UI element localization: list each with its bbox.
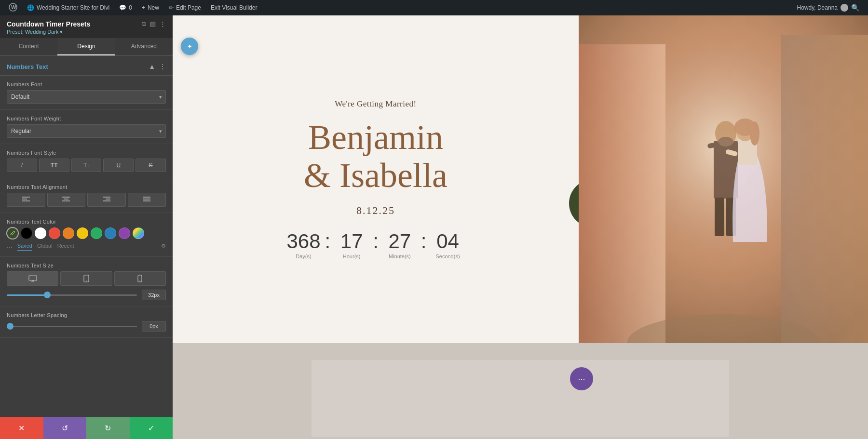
mobile-device-button[interactable] xyxy=(114,271,166,286)
couple-illustration xyxy=(579,15,868,343)
search-icon[interactable]: 🔍 xyxy=(851,4,859,12)
desktop-device-button[interactable] xyxy=(7,271,58,286)
wp-icon: W xyxy=(9,3,17,13)
new-label: New xyxy=(148,4,159,11)
exit-builder-button[interactable]: Exit Visual Builder xyxy=(206,0,262,15)
site-preview: We're Getting Married! Benjamin & Isabel… xyxy=(173,15,868,343)
countdown-hours: 17 Hour(s) xyxy=(332,231,371,259)
color-swatch-blue[interactable] xyxy=(105,227,116,239)
color-swatch-black[interactable] xyxy=(21,227,32,239)
tab-bar: Content Design Advanced xyxy=(0,38,173,56)
colon-3: : xyxy=(419,231,429,252)
comments-button[interactable]: 💬 0 xyxy=(114,0,137,15)
numbers-font-style-field: Numbers Font Style I TT Tt U S xyxy=(0,144,173,178)
color-tab-recent[interactable]: Recent xyxy=(57,243,74,251)
site-names: Benjamin & Isabella xyxy=(304,119,448,195)
svg-point-36 xyxy=(750,121,760,146)
panel-body: Numbers Text ▲ ⋮ Numbers Font Default Nu… xyxy=(0,56,173,439)
tab-advanced[interactable]: Advanced xyxy=(115,38,173,55)
tab-content[interactable]: Content xyxy=(0,38,57,55)
divi-settings-button[interactable]: ✦ xyxy=(181,38,198,55)
eyedropper-tool[interactable] xyxy=(7,227,18,239)
svg-rect-14 xyxy=(29,276,37,280)
color-tab-global[interactable]: Global xyxy=(37,243,53,251)
seconds-label: Second(s) xyxy=(435,253,460,259)
site-right-photo xyxy=(579,15,868,343)
svg-rect-23 xyxy=(579,44,665,343)
numbers-font-weight-select[interactable]: Regular xyxy=(7,124,166,138)
hours-label: Hour(s) xyxy=(343,253,361,259)
preset-label[interactable]: Preset: Wedding Dark xyxy=(7,29,58,35)
countdown-minutes: 27 Minute(s) xyxy=(380,231,419,259)
more-dots-icon: ··· xyxy=(578,374,585,384)
color-swatch-purple[interactable] xyxy=(119,227,130,239)
numbers-letter-spacing-field: Numbers Letter Spacing 0px xyxy=(0,306,173,338)
collapse-section-button[interactable]: ▲ xyxy=(149,63,155,70)
panel-subtitle: Preset: Wedding Dark ▾ xyxy=(7,29,166,35)
more-options-button[interactable]: ··· xyxy=(570,367,593,390)
numbers-text-section: Numbers Text ▲ ⋮ xyxy=(0,56,173,76)
redo-button[interactable]: ↻ xyxy=(86,417,130,439)
save-button[interactable]: ✓ xyxy=(130,417,173,439)
align-left-button[interactable] xyxy=(7,193,45,207)
tablet-device-button[interactable] xyxy=(60,271,112,286)
italic-button[interactable]: I xyxy=(7,159,37,172)
numbers-text-size-label: Numbers Text Size xyxy=(7,263,166,268)
plus-icon: + xyxy=(142,4,145,11)
svg-point-20 xyxy=(140,280,141,281)
layout-icon[interactable]: ▤ xyxy=(150,20,156,28)
color-swatch-green[interactable] xyxy=(91,227,102,239)
align-justify-button[interactable] xyxy=(128,193,166,207)
color-swatches xyxy=(7,227,166,239)
svg-text:W: W xyxy=(11,4,16,10)
color-settings-icon[interactable]: ⚙ xyxy=(161,243,166,251)
numbers-font-select[interactable]: Default xyxy=(7,90,166,104)
numbers-font-weight-field: Numbers Font Weight Regular xyxy=(0,110,173,144)
alignment-buttons xyxy=(7,193,166,207)
numbers-text-size-field: Numbers Text Size 32px xyxy=(0,257,173,306)
color-swatch-yellow[interactable] xyxy=(77,227,88,239)
colon-1: : xyxy=(323,231,332,252)
svg-rect-31 xyxy=(715,198,724,236)
numbers-text-alignment-label: Numbers Text Alignment xyxy=(7,184,166,190)
color-tab-saved[interactable]: Saved xyxy=(17,243,32,251)
save-icon: ✓ xyxy=(148,424,154,433)
divi-icon: ✦ xyxy=(187,43,192,50)
svg-rect-24 xyxy=(781,35,868,343)
transform-button[interactable]: Tt xyxy=(71,159,102,172)
panel-header: Countdown Timer Presets ⧉ ▤ ⋮ Preset: We… xyxy=(0,15,173,38)
numbers-font-weight-label: Numbers Font Weight xyxy=(7,116,166,121)
align-center-button[interactable] xyxy=(47,193,86,207)
bold-button[interactable]: TT xyxy=(39,159,69,172)
tab-design[interactable]: Design xyxy=(57,38,115,55)
color-swatch-gradient[interactable] xyxy=(133,227,144,239)
edit-page-button[interactable]: ✏ Edit Page xyxy=(164,0,206,15)
site-favicon-icon: 🌐 xyxy=(27,4,34,11)
align-right-button[interactable] xyxy=(87,193,126,207)
section-more-button[interactable]: ⋮ xyxy=(159,63,166,70)
cancel-button[interactable]: ✕ xyxy=(0,417,43,439)
days-label: Day(s) xyxy=(296,253,311,259)
svg-point-18 xyxy=(86,280,87,281)
letter-spacing-slider[interactable] xyxy=(7,326,137,327)
color-more-button[interactable]: ··· xyxy=(7,243,13,251)
wp-logo-button[interactable]: W xyxy=(4,0,22,15)
more-icon[interactable]: ⋮ xyxy=(160,20,166,28)
letter-spacing-value[interactable]: 0px xyxy=(142,321,166,332)
strikethrough-button[interactable]: S xyxy=(136,159,166,172)
color-swatch-white[interactable] xyxy=(35,227,46,239)
underline-button[interactable]: U xyxy=(103,159,134,172)
undo-button[interactable]: ↺ xyxy=(43,417,87,439)
undo-icon: ↺ xyxy=(62,424,68,433)
numbers-text-alignment-field: Numbers Text Alignment xyxy=(0,178,173,213)
text-size-slider[interactable] xyxy=(7,294,137,296)
new-button[interactable]: + New xyxy=(137,0,164,15)
clone-icon[interactable]: ⧉ xyxy=(142,20,146,28)
device-buttons xyxy=(7,271,166,286)
site-name-button[interactable]: 🌐 Wedding Starter Site for Divi xyxy=(22,0,114,15)
text-size-value[interactable]: 32px xyxy=(142,290,166,300)
font-style-buttons: I TT Tt U S xyxy=(7,159,166,172)
color-swatch-red[interactable] xyxy=(49,227,60,239)
bride-name: & Isabella xyxy=(304,157,448,195)
color-swatch-orange[interactable] xyxy=(63,227,74,239)
